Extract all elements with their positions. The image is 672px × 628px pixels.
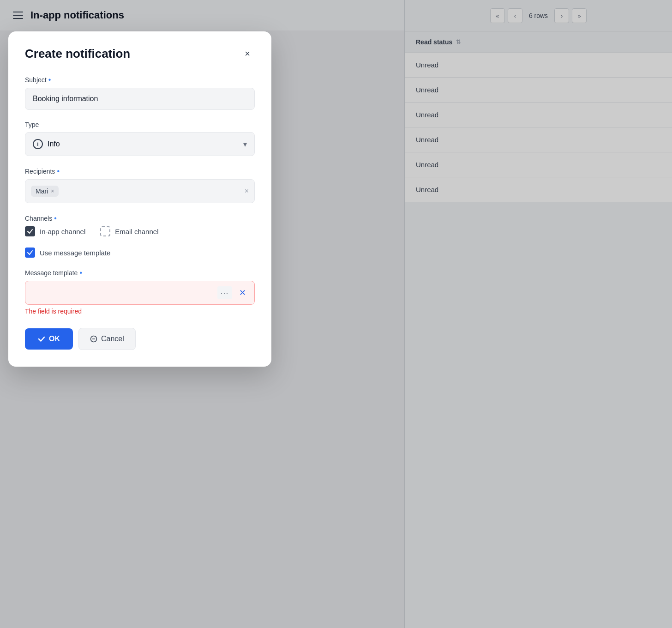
modal-title: Create notification: [25, 47, 130, 61]
recipients-label: Recipients •: [25, 167, 255, 175]
subject-label: Subject •: [25, 76, 255, 84]
channels-required-dot: •: [54, 214, 57, 223]
chevron-down-icon: ▾: [243, 140, 247, 149]
subject-required-dot: •: [48, 76, 51, 84]
message-template-field-group: Message template • ··· ✕ The field is re…: [25, 269, 255, 315]
subject-field-group: Subject •: [25, 76, 255, 110]
clear-template-button[interactable]: ✕: [236, 286, 249, 299]
action-buttons-row: OK Cancel: [25, 328, 255, 350]
channels-label: Channels •: [25, 214, 255, 223]
recipients-field-group: Recipients • Mari × ×: [25, 167, 255, 203]
type-field-group: Type i Info ▾: [25, 121, 255, 156]
cancel-button[interactable]: Cancel: [78, 328, 136, 350]
type-dropdown[interactable]: i Info ▾: [25, 132, 255, 156]
close-button[interactable]: ×: [240, 46, 255, 61]
recipients-input[interactable]: Mari × ×: [25, 179, 255, 203]
subject-input[interactable]: [25, 88, 255, 110]
email-channel-checkbox[interactable]: [100, 226, 110, 236]
message-template-label: Message template •: [25, 269, 255, 277]
email-channel-label: Email channel: [115, 228, 158, 236]
ok-check-icon: [38, 335, 45, 343]
recipient-tag: Mari ×: [31, 186, 59, 197]
use-template-checkbox[interactable]: [25, 248, 35, 258]
message-template-input[interactable]: ··· ✕: [25, 281, 255, 305]
type-value: Info: [48, 140, 60, 148]
create-notification-modal: Create notification × Subject • Type i I…: [8, 31, 271, 367]
cancel-icon: [90, 335, 97, 343]
more-options-button[interactable]: ···: [217, 286, 232, 299]
inapp-channel-option[interactable]: In-app channel: [25, 226, 85, 236]
type-label: Type: [25, 121, 255, 128]
modal-header: Create notification ×: [25, 46, 255, 61]
error-message: The field is required: [25, 308, 255, 315]
message-template-required-dot: •: [79, 269, 82, 277]
clear-recipients-button[interactable]: ×: [245, 187, 249, 195]
use-template-row: Use message template: [25, 248, 255, 258]
inapp-channel-label: In-app channel: [40, 228, 85, 236]
email-channel-option[interactable]: Email channel: [100, 226, 158, 236]
ok-button[interactable]: OK: [25, 328, 73, 350]
remove-recipient-button[interactable]: ×: [51, 188, 54, 194]
use-template-label: Use message template: [40, 249, 110, 257]
channels-field-group: Channels • In-app channel Email channel: [25, 214, 255, 236]
info-type-icon: i: [33, 139, 43, 149]
recipients-required-dot: •: [57, 167, 60, 175]
inapp-channel-checkbox[interactable]: [25, 226, 35, 236]
